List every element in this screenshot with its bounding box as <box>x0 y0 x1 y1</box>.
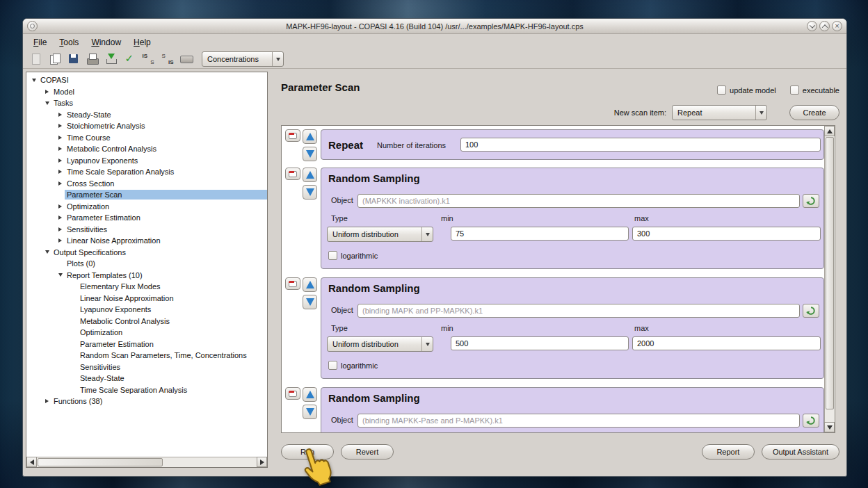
print-button[interactable] <box>83 51 101 67</box>
output-assistant-button[interactable]: Output Assistant <box>762 444 839 459</box>
collapse-arrow-icon[interactable] <box>42 250 51 254</box>
expand-arrow-icon[interactable] <box>56 124 65 128</box>
tree-item-tasks[interactable]: Tasks <box>26 97 267 109</box>
iterations-input[interactable]: 100 <box>460 138 821 152</box>
move-item-down-button[interactable] <box>303 405 317 419</box>
scan-items-scrollbar[interactable] <box>824 126 835 432</box>
remove-scan-item-button[interactable] <box>285 168 300 180</box>
object-input[interactable]: (MAPKKK inactivation).k1 <box>357 194 800 208</box>
tree-item-time-course[interactable]: Time Course <box>26 132 267 144</box>
maximize-button[interactable] <box>819 21 830 31</box>
copy-button[interactable] <box>46 51 63 67</box>
remove-scan-item-button[interactable] <box>285 387 300 400</box>
tree-item-output-specifications[interactable]: Output Specifications <box>26 247 267 259</box>
expand-arrow-icon[interactable] <box>56 170 65 174</box>
tree-item-parameter-estimation[interactable]: Parameter Estimation <box>26 339 267 350</box>
expand-arrow-icon[interactable] <box>56 215 65 220</box>
tree-item-model[interactable]: Model <box>26 86 267 98</box>
distribution-select[interactable]: Uniform distribution <box>327 336 433 352</box>
move-item-down-button[interactable] <box>303 185 317 200</box>
collapse-arrow-icon[interactable] <box>29 79 38 82</box>
tree-item-steady-state[interactable]: Steady-State <box>26 373 267 384</box>
expand-arrow-icon[interactable] <box>56 147 65 151</box>
expand-arrow-icon[interactable] <box>56 181 65 186</box>
tree-item-optimization[interactable]: Optimization <box>26 201 267 213</box>
window-menu-button[interactable] <box>27 21 38 31</box>
tree-item-time-scale-separation-analysis[interactable]: Time Scale Separation Analysis <box>26 166 267 178</box>
tree-item-copasi[interactable]: COPASI <box>26 74 267 86</box>
report-button[interactable]: Report <box>702 444 755 459</box>
tree-item-lyapunov-exponents[interactable]: Lyapunov Exponents <box>26 304 267 316</box>
distribution-select[interactable]: Uniform distribution <box>327 227 433 242</box>
logarithmic-checkbox[interactable] <box>328 361 337 370</box>
tree-scrollbar-thumb[interactable] <box>38 458 163 466</box>
move-item-up-button[interactable] <box>303 387 317 402</box>
expand-arrow-icon[interactable] <box>56 113 65 117</box>
expand-arrow-icon[interactable] <box>42 90 51 94</box>
object-input[interactable]: (binding MAPKK-Pase and P-MAPKK).k1 <box>357 414 800 428</box>
menu-help[interactable]: Help <box>127 35 157 50</box>
expand-arrow-icon[interactable] <box>56 238 65 243</box>
tree-item-linear-noise-approximation[interactable]: Linear Noise Approximation <box>26 235 267 247</box>
scroll-up-button[interactable] <box>824 126 835 136</box>
tree-item-random-scan-parameters-time-concentrations[interactable]: Random Scan Parameters, Time, Concentrat… <box>26 350 267 361</box>
tree-item-sensitivities[interactable]: Sensitivities <box>26 361 267 373</box>
update-model-checkbox[interactable] <box>717 86 726 95</box>
import-button[interactable] <box>102 51 120 67</box>
select-object-button[interactable] <box>803 304 819 318</box>
tree-item-sensitivities[interactable]: Sensitivities <box>26 224 267 236</box>
new-scan-item-select[interactable]: Repeat <box>672 105 767 120</box>
remove-scan-item-button[interactable] <box>285 129 300 142</box>
scroll-left-button[interactable] <box>26 457 37 467</box>
run-button[interactable]: Run <box>281 444 334 459</box>
tree-item-metabolic-control-analysis[interactable]: Metabolic Control Analysis <box>26 316 267 327</box>
tree-item-parameter-estimation[interactable]: Parameter Estimation <box>26 212 267 224</box>
expand-arrow-icon[interactable] <box>56 204 65 209</box>
scan-scrollbar-thumb[interactable] <box>826 137 834 409</box>
move-item-down-button[interactable] <box>303 147 317 161</box>
select-object-button[interactable] <box>803 414 819 428</box>
expand-arrow-icon[interactable] <box>42 399 51 403</box>
convert-to-initial-state-button[interactable] <box>140 51 157 67</box>
tree-item-time-scale-separation-analysis[interactable]: Time Scale Separation Analysis <box>26 384 267 396</box>
tree-horizontal-scrollbar[interactable] <box>26 457 267 467</box>
menu-tools[interactable]: Tools <box>53 35 85 50</box>
remove-scan-item-button[interactable] <box>285 277 300 290</box>
object-input[interactable]: (binding MAPK and PP-MAPKK).k1 <box>357 304 800 318</box>
move-item-down-button[interactable] <box>303 295 317 309</box>
tree-item-plots-0[interactable]: Plots (0) <box>26 258 267 270</box>
close-button[interactable]: × <box>832 21 842 31</box>
new-file-button[interactable] <box>27 51 45 67</box>
expand-arrow-icon[interactable] <box>56 136 65 140</box>
move-item-up-button[interactable] <box>303 168 317 182</box>
executable-checkbox[interactable] <box>790 86 799 95</box>
min-input[interactable]: 500 <box>451 336 629 350</box>
minimize-button[interactable] <box>807 21 817 31</box>
move-item-up-button[interactable] <box>303 129 317 144</box>
save-button[interactable] <box>65 51 82 67</box>
tree-item-steady-state[interactable]: Steady-State <box>26 109 267 121</box>
expand-arrow-icon[interactable] <box>56 158 65 163</box>
tree-item-stoichiometric-analysis[interactable]: Stoichiometric Analysis <box>26 120 267 132</box>
min-input[interactable]: 75 <box>451 227 629 241</box>
collapse-arrow-icon[interactable] <box>42 101 51 105</box>
max-input[interactable]: 2000 <box>632 336 821 350</box>
scroll-right-button[interactable] <box>257 457 267 467</box>
menu-window[interactable]: Window <box>85 35 127 50</box>
tree-item-functions-38[interactable]: Functions (38) <box>26 396 267 407</box>
ruler-button[interactable] <box>177 51 195 67</box>
revert-button[interactable]: Revert <box>341 444 394 459</box>
scroll-down-button[interactable] <box>824 422 835 432</box>
menu-file[interactable]: File <box>27 35 53 50</box>
tree-item-parameter-scan[interactable]: Parameter Scan <box>26 189 267 201</box>
tree-item-linear-noise-approximation[interactable]: Linear Noise Approximation <box>26 293 267 304</box>
move-item-up-button[interactable] <box>303 277 317 292</box>
logarithmic-checkbox[interactable] <box>328 251 337 260</box>
collapse-arrow-icon[interactable] <box>56 273 65 277</box>
create-button[interactable]: Create <box>789 105 839 120</box>
title-bar[interactable]: MAPK-HF96-layout - COPASI 4.16 (Build 10… <box>23 19 846 34</box>
convert-from-initial-state-button[interactable] <box>159 51 176 67</box>
tree-item-optimization[interactable]: Optimization <box>26 327 267 339</box>
expand-arrow-icon[interactable] <box>56 227 65 231</box>
tree-item-cross-section[interactable]: Cross Section <box>26 178 267 190</box>
